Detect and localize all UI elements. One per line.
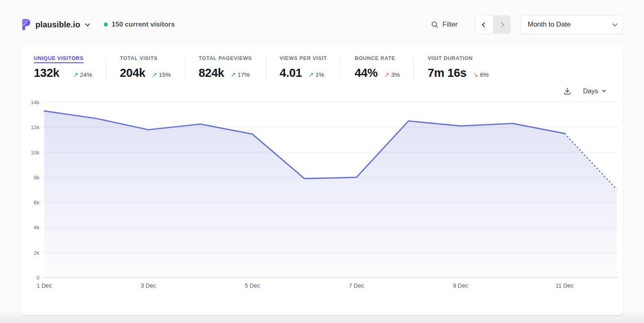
y-tick-label: 12k bbox=[31, 124, 39, 130]
y-tick-label: 6k bbox=[34, 200, 39, 206]
y-tick-label: 14k bbox=[31, 99, 39, 105]
search-icon bbox=[431, 21, 439, 29]
stat-bounce-rate[interactable]: BOUNCE RATE 44% ↗3% bbox=[341, 54, 413, 80]
stat-change-value: 15% bbox=[159, 71, 171, 78]
x-tick-label: 5 Dec bbox=[245, 282, 260, 289]
dashboard-card: UNIQUE VISITORS 132k ↗24% TOTAL VISITS 2… bbox=[21, 45, 623, 315]
date-range-select[interactable]: Month to Date bbox=[520, 15, 623, 34]
y-tick-label: 4k bbox=[34, 224, 39, 230]
stat-label: VIEWS PER VISIT bbox=[280, 55, 327, 63]
stats-row: UNIQUE VISITORS 132k ↗24% TOTAL VISITS 2… bbox=[21, 45, 623, 80]
x-tick-label: 9 Dec bbox=[453, 282, 468, 289]
stat-unique-visitors[interactable]: UNIQUE VISITORS 132k ↗24% bbox=[34, 54, 106, 80]
trend-arrow-icon: ↗ bbox=[73, 71, 78, 78]
stat-label: UNIQUE VISITORS bbox=[34, 55, 84, 63]
stat-value: 44% bbox=[355, 66, 378, 80]
interval-select[interactable]: Days bbox=[583, 87, 605, 95]
stat-change-value: 1% bbox=[315, 71, 324, 78]
download-icon bbox=[563, 87, 572, 95]
x-tick-label: 1 Dec bbox=[37, 282, 52, 289]
stat-total-pageviews[interactable]: TOTAL PAGEVIEWS 824k ↗17% bbox=[185, 54, 266, 80]
x-axis: 1 Dec3 Dec5 Dec7 Dec9 Dec11 Dec bbox=[43, 278, 618, 293]
stat-views-per-visit[interactable]: VIEWS PER VISIT 4.01 ↗1% bbox=[266, 54, 341, 80]
interval-chevron-down-icon bbox=[602, 88, 606, 92]
date-range-value: Month to Date bbox=[528, 21, 571, 29]
visitors-chart-svg bbox=[43, 100, 618, 278]
previous-period-button[interactable] bbox=[476, 16, 493, 33]
filter-button[interactable]: Filter bbox=[431, 21, 458, 29]
stat-value: 7m 16s bbox=[427, 66, 466, 80]
plot-area[interactable] bbox=[43, 100, 618, 278]
trend-arrow-icon: ↘ bbox=[473, 71, 478, 78]
y-tick-label: 2k bbox=[34, 249, 39, 255]
export-button[interactable] bbox=[563, 87, 572, 95]
stat-value: 204k bbox=[120, 66, 145, 80]
live-dot-icon bbox=[104, 23, 108, 27]
stat-label: TOTAL VISITS bbox=[120, 55, 158, 63]
stat-change-value: 24% bbox=[80, 71, 92, 78]
stat-label: BOUNCE RATE bbox=[355, 55, 395, 63]
current-visitors-label: 150 current visitors bbox=[111, 21, 175, 29]
x-tick-label: 11 Dec bbox=[555, 282, 574, 289]
y-tick-label: 0 bbox=[36, 275, 39, 281]
visitors-chart: 02k4k6k8k10k12k14k 1 Dec3 Dec5 Dec7 Dec9… bbox=[21, 97, 623, 293]
site-chevron-down-icon[interactable] bbox=[85, 21, 89, 28]
stat-label: TOTAL PAGEVIEWS bbox=[199, 55, 252, 63]
chart-controls: Days bbox=[21, 80, 623, 97]
plausible-logo-icon bbox=[21, 19, 32, 31]
trend-arrow-icon: ↗ bbox=[152, 71, 157, 78]
stat-change-value: 3% bbox=[391, 71, 400, 78]
current-visitors[interactable]: 150 current visitors bbox=[104, 21, 175, 29]
interval-value: Days bbox=[583, 87, 598, 95]
x-tick-label: 7 Dec bbox=[349, 282, 364, 289]
stat-value: 824k bbox=[199, 66, 224, 80]
stat-label: VISIT DURATION bbox=[427, 55, 473, 63]
stat-visit-duration[interactable]: VISIT DURATION 7m 16s ↘6% bbox=[414, 54, 502, 80]
stat-value: 132k bbox=[34, 66, 59, 80]
y-tick-label: 8k bbox=[34, 174, 39, 180]
next-period-button[interactable] bbox=[493, 16, 510, 33]
stat-total-visits[interactable]: TOTAL VISITS 204k ↗15% bbox=[106, 54, 185, 80]
date-range-chevron-down-icon bbox=[612, 21, 617, 27]
filter-label: Filter bbox=[442, 21, 458, 29]
trend-arrow-icon: ↗ bbox=[231, 71, 236, 78]
trend-arrow-icon: ↗ bbox=[308, 71, 314, 78]
stat-value: 4.01 bbox=[280, 66, 302, 80]
site-name[interactable]: plausible.io bbox=[35, 20, 80, 29]
stat-change-value: 6% bbox=[480, 71, 489, 78]
top-bar: plausible.io 150 current visitors Filter… bbox=[21, 15, 623, 34]
y-axis: 02k4k6k8k10k12k14k bbox=[25, 100, 43, 278]
x-tick-label: 3 Dec bbox=[141, 282, 156, 289]
period-pager bbox=[475, 15, 511, 34]
stat-change-value: 17% bbox=[237, 71, 250, 78]
y-tick-label: 10k bbox=[31, 149, 39, 155]
trend-arrow-icon: ↗ bbox=[384, 71, 389, 78]
